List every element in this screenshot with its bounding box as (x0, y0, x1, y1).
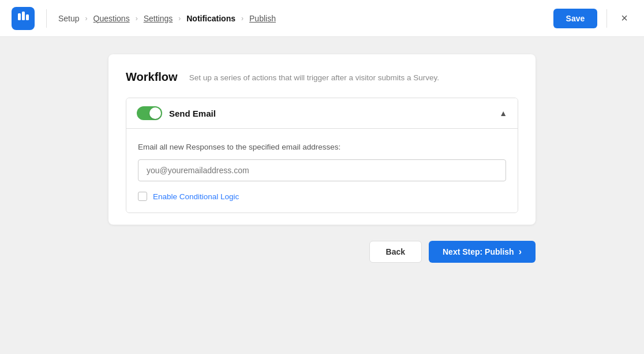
conditional-logic-label[interactable]: Enable Conditional Logic (153, 192, 239, 201)
email-input[interactable] (138, 159, 506, 181)
breadcrumb-publish[interactable]: Publish (249, 14, 276, 23)
bottom-actions: Back Next Step: Publish › (108, 241, 536, 263)
send-email-label: Send Email (169, 109, 216, 118)
chevron-icon-3: › (178, 14, 181, 23)
workflow-title: Workflow (126, 70, 178, 84)
close-button[interactable]: × (616, 9, 632, 27)
workflow-card: Workflow Set up a series of actions that… (108, 54, 536, 225)
svg-rect-2 (26, 14, 29, 20)
save-button[interactable]: Save (553, 9, 598, 28)
logo-icon (17, 10, 29, 26)
svg-rect-0 (18, 13, 21, 20)
back-button[interactable]: Back (369, 241, 422, 263)
svg-rect-1 (22, 12, 25, 20)
send-email-body: Email all new Responses to the specified… (126, 128, 518, 213)
next-step-label: Next Step: Publish (443, 247, 514, 256)
chevron-icon-4: › (241, 14, 244, 23)
conditional-logic-checkbox[interactable] (138, 192, 147, 201)
breadcrumb-questions[interactable]: Questions (93, 14, 130, 23)
collapse-arrow-icon[interactable]: ▲ (499, 109, 507, 118)
workflow-header: Workflow Set up a series of actions that… (126, 70, 518, 84)
send-email-panel: Send Email ▲ Email all new Responses to … (126, 98, 518, 213)
checkbox-row: Enable Conditional Logic (138, 192, 506, 201)
header-close-divider (606, 9, 607, 28)
breadcrumb-settings[interactable]: Settings (144, 14, 173, 23)
breadcrumb-notifications: Notifications (186, 14, 235, 23)
workflow-description: Set up a series of actions that will tri… (189, 70, 439, 84)
next-chevron-icon: › (519, 247, 522, 257)
send-email-toggle[interactable] (137, 106, 162, 120)
app-logo (12, 7, 35, 30)
chevron-icon-2: › (136, 14, 138, 23)
next-step-button[interactable]: Next Step: Publish › (429, 241, 536, 263)
chevron-icon-1: › (85, 14, 88, 23)
header: Setup › Questions › Settings › Notificat… (0, 0, 644, 37)
header-divider (46, 9, 47, 28)
send-email-left: Send Email (137, 106, 216, 120)
header-actions: Save × (553, 9, 632, 28)
toggle-knob (149, 107, 161, 119)
breadcrumb-setup[interactable]: Setup (58, 14, 80, 23)
breadcrumb: Setup › Questions › Settings › Notificat… (58, 14, 553, 23)
main-content: Workflow Set up a series of actions that… (0, 37, 644, 354)
send-email-header[interactable]: Send Email ▲ (126, 98, 518, 128)
email-description: Email all new Responses to the specified… (138, 143, 506, 151)
